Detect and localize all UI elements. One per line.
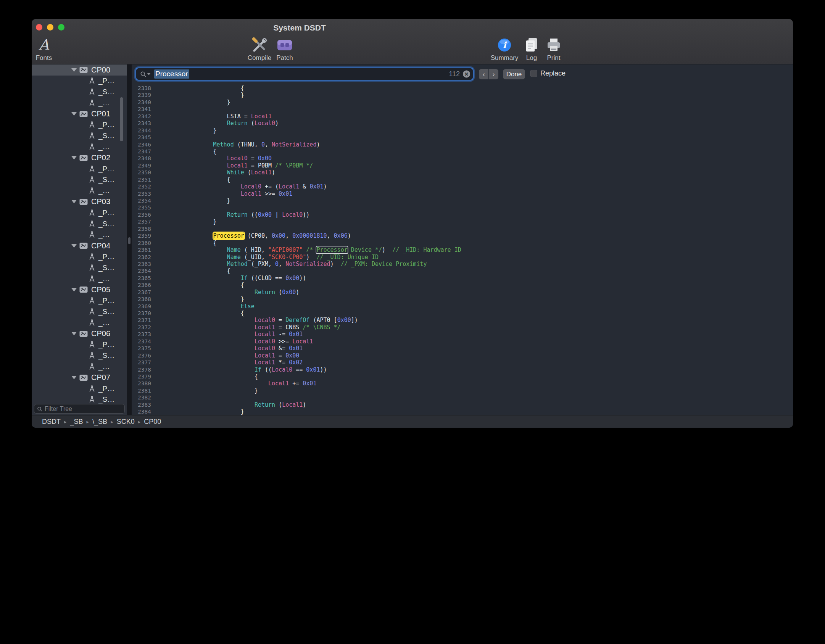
sidebar-child-item[interactable]: _… xyxy=(32,229,127,240)
sidebar-item-cp05[interactable]: CP05 xyxy=(32,284,127,295)
code-line[interactable]: 2358 xyxy=(132,225,761,232)
code-line[interactable]: 2376 Local1 = 0x00 xyxy=(132,352,761,359)
code-line[interactable]: 2366 { xyxy=(132,282,761,288)
code-line[interactable]: 2340 } xyxy=(132,99,761,106)
sidebar-child-item[interactable]: _S… xyxy=(32,174,127,185)
toolbar-print-button[interactable]: Print xyxy=(535,36,572,62)
pane-splitter[interactable] xyxy=(127,64,132,415)
code-lines[interactable]: 2338 {2339 }2340 }23412342 LSTA = Local1… xyxy=(132,84,761,415)
code-line[interactable]: 2375 Local0 &= 0x01 xyxy=(132,345,761,352)
code-line[interactable]: 2367 Return (0x00) xyxy=(132,289,761,296)
sidebar-child-item[interactable]: _S… xyxy=(32,130,127,142)
sidebar-child-item[interactable]: _S… xyxy=(32,394,127,405)
toolbar-fonts-button[interactable]: A Fonts xyxy=(32,36,62,62)
sidebar-child-item[interactable]: _P… xyxy=(32,251,127,262)
code-line[interactable]: 2355 xyxy=(132,204,761,211)
code-line[interactable]: 2364 { xyxy=(132,267,761,274)
splitter-handle[interactable] xyxy=(128,237,131,244)
code-line[interactable]: 2373 Local1 -= 0x01 xyxy=(132,331,761,338)
sidebar-child-item[interactable]: _S… xyxy=(32,262,127,273)
code-line[interactable]: 2350 While (Local1) xyxy=(132,169,761,176)
breadcrumb-item[interactable]: DSDT xyxy=(42,418,61,426)
sidebar-child-item[interactable]: _P… xyxy=(32,76,127,87)
clear-search-button[interactable]: ✕ xyxy=(463,71,470,78)
disclosure-triangle-icon[interactable] xyxy=(71,200,77,203)
code-line[interactable]: 2377 Local1 *= 0x02 xyxy=(132,359,761,366)
disclosure-triangle-icon[interactable] xyxy=(71,244,77,248)
code-line[interactable]: 2338 { xyxy=(132,85,761,92)
sidebar-child-item[interactable]: _P… xyxy=(32,163,127,174)
code-line[interactable]: 2362 Name (_UID, "SCK0-CP00") // _UID: U… xyxy=(132,254,761,261)
code-line[interactable]: 2371 Local0 = DerefOf (APT0 [0x00]) xyxy=(132,317,761,324)
breadcrumb-item[interactable]: _SB xyxy=(70,418,83,426)
code-line[interactable]: 2343 Return (Local0) xyxy=(132,120,761,127)
code-line[interactable]: 2341 xyxy=(132,106,761,113)
code-line[interactable]: 2381 } xyxy=(132,387,761,394)
disclosure-triangle-icon[interactable] xyxy=(71,68,77,72)
done-button[interactable]: Done xyxy=(503,69,525,79)
code-line[interactable]: 2347 { xyxy=(132,148,761,155)
disclosure-triangle-icon[interactable] xyxy=(71,112,77,116)
sidebar-item-cp02[interactable]: CP02 xyxy=(32,152,127,163)
code-line[interactable]: 2352 Local0 += (Local1 & 0x01) xyxy=(132,183,761,190)
sidebar-child-item[interactable]: _… xyxy=(32,142,127,153)
code-line[interactable]: 2361 Name (_HID, "ACPI0007" /* Processor… xyxy=(132,246,761,253)
sidebar-child-item[interactable]: _P… xyxy=(32,339,127,350)
close-button[interactable] xyxy=(36,24,42,31)
code-line[interactable]: 2378 If ((Local0 == 0x01)) xyxy=(132,366,761,373)
breadcrumb-item[interactable]: SCK0 xyxy=(117,418,135,426)
sidebar-child-item[interactable]: _… xyxy=(32,185,127,196)
toolbar-patch-button[interactable]: Patch xyxy=(266,36,303,62)
code-line[interactable]: 2344 } xyxy=(132,127,761,134)
sidebar-child-item[interactable]: _S… xyxy=(32,350,127,361)
code-line[interactable]: 2353 Local1 >>= 0x01 xyxy=(132,190,761,197)
disclosure-triangle-icon[interactable] xyxy=(71,156,77,159)
sidebar-item-cp00[interactable]: CP00 xyxy=(32,64,127,76)
code-line[interactable]: 2363 Method (_PXM, 0, NotSerialized) // … xyxy=(132,261,761,267)
code-line[interactable]: 2384 } xyxy=(132,408,761,415)
search-input[interactable]: Processor 112 ✕ xyxy=(135,68,474,80)
code-line[interactable]: 2383 Return (Local1) xyxy=(132,401,761,408)
sidebar-child-item[interactable]: _P… xyxy=(32,119,127,130)
sidebar-child-item[interactable]: _S… xyxy=(32,306,127,317)
sidebar-child-item[interactable]: _S… xyxy=(32,87,127,98)
sidebar-child-item[interactable]: _S… xyxy=(32,218,127,229)
code-line[interactable]: 2380 Local1 += 0x01 xyxy=(132,380,761,387)
code-line[interactable]: 2356 Return ((0x00 | Local0)) xyxy=(132,211,761,218)
sidebar-item-cp04[interactable]: CP04 xyxy=(32,240,127,251)
sidebar-child-item[interactable]: _… xyxy=(32,273,127,284)
code-line[interactable]: 2351 { xyxy=(132,176,761,183)
sidebar-child-item[interactable]: _P… xyxy=(32,383,127,394)
code-line[interactable]: 2348 Local0 = 0x00 xyxy=(132,155,761,162)
code-line[interactable]: 2346 Method (THNU, 0, NotSerialized) xyxy=(132,141,761,148)
sidebar-child-item[interactable]: _… xyxy=(32,97,127,108)
filter-tree-input[interactable]: Filter Tree xyxy=(34,404,125,414)
sidebar-child-item[interactable]: _… xyxy=(32,317,127,328)
breadcrumb-item[interactable]: \_SB xyxy=(92,418,107,426)
sidebar-item-cp03[interactable]: CP03 xyxy=(32,196,127,208)
code-line[interactable]: 2349 Local1 = P0BM /* \P0BM */ xyxy=(132,162,761,169)
code-line[interactable]: 2379 { xyxy=(132,373,761,380)
code-line[interactable]: 2345 xyxy=(132,134,761,141)
code-line[interactable]: 2368 } xyxy=(132,296,761,303)
replace-checkbox[interactable] xyxy=(530,70,537,77)
sidebar-child-item[interactable]: _… xyxy=(32,361,127,372)
previous-match-button[interactable]: ‹ xyxy=(479,69,488,79)
sidebar-child-item[interactable]: _P… xyxy=(32,295,127,306)
code-line[interactable]: 2372 Local1 = CNBS /* \CNBS */ xyxy=(132,324,761,331)
disclosure-triangle-icon[interactable] xyxy=(71,288,77,291)
sidebar-child-item[interactable]: _P… xyxy=(32,207,127,218)
code-line[interactable]: 2342 LSTA = Local1 xyxy=(132,113,761,120)
sidebar-item-cp01[interactable]: CP01 xyxy=(32,108,127,119)
zoom-button[interactable] xyxy=(58,24,64,31)
sidebar-item-cp06[interactable]: CP06 xyxy=(32,328,127,339)
next-match-button[interactable]: › xyxy=(489,69,498,79)
code-line[interactable]: 2374 Local0 >>= Local1 xyxy=(132,338,761,345)
code-line[interactable]: 2369 Else xyxy=(132,303,761,310)
code-line[interactable]: 2354 } xyxy=(132,197,761,204)
code-line[interactable]: 2382 xyxy=(132,394,761,401)
code-line[interactable]: 2359 Processor (CP00, 0x00, 0x00001810, … xyxy=(132,232,761,239)
sidebar-scrollbar-thumb[interactable] xyxy=(120,97,123,141)
code-line[interactable]: 2370 { xyxy=(132,310,761,317)
minimize-button[interactable] xyxy=(47,24,53,31)
